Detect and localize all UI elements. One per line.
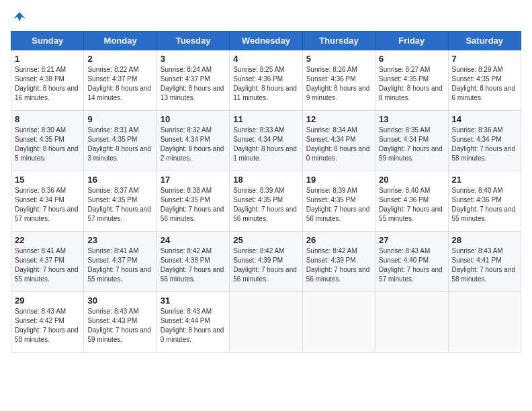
day-number: 22: [15, 235, 80, 245]
calendar-cell: 21Sunrise: 8:40 AMSunset: 4:36 PMDayligh…: [448, 171, 521, 232]
day-detail: Sunrise: 8:43 AMSunset: 4:41 PMDaylight:…: [452, 247, 516, 283]
day-detail: Sunrise: 8:22 AMSunset: 4:37 PMDaylight:…: [87, 66, 151, 101]
day-number: 25: [233, 235, 298, 245]
calendar-cell: [302, 292, 375, 353]
calendar-cell: 16Sunrise: 8:37 AMSunset: 4:35 PMDayligh…: [84, 171, 157, 232]
calendar-cell: 1Sunrise: 8:21 AMSunset: 4:38 PMDaylight…: [11, 50, 84, 111]
svg-marker-0: [13, 12, 26, 21]
calendar-cell: 29Sunrise: 8:43 AMSunset: 4:42 PMDayligh…: [11, 292, 84, 353]
day-detail: Sunrise: 8:38 AMSunset: 4:35 PMDaylight:…: [161, 187, 224, 222]
day-number: 12: [306, 114, 371, 124]
calendar-cell: 14Sunrise: 8:36 AMSunset: 4:34 PMDayligh…: [448, 111, 521, 171]
header-day-friday: Friday: [375, 32, 448, 50]
day-number: 3: [161, 54, 226, 64]
day-detail: Sunrise: 8:37 AMSunset: 4:35 PMDaylight:…: [87, 187, 151, 222]
day-number: 10: [161, 114, 226, 124]
calendar-cell: 10Sunrise: 8:32 AMSunset: 4:34 PMDayligh…: [157, 111, 229, 171]
day-detail: Sunrise: 8:25 AMSunset: 4:36 PMDaylight:…: [233, 66, 297, 101]
day-number: 20: [379, 175, 444, 185]
week-row-3: 15Sunrise: 8:36 AMSunset: 4:34 PMDayligh…: [11, 171, 521, 232]
day-number: 24: [161, 235, 226, 245]
header-day-monday: Monday: [84, 32, 157, 50]
header-day-saturday: Saturday: [448, 32, 521, 50]
day-detail: Sunrise: 8:41 AMSunset: 4:37 PMDaylight:…: [15, 247, 79, 283]
calendar-cell: 30Sunrise: 8:43 AMSunset: 4:43 PMDayligh…: [84, 292, 157, 353]
day-number: 9: [87, 114, 152, 124]
calendar-cell: 24Sunrise: 8:42 AMSunset: 4:38 PMDayligh…: [157, 232, 229, 292]
calendar-cell: 8Sunrise: 8:30 AMSunset: 4:35 PMDaylight…: [11, 111, 84, 171]
calendar-cell: 19Sunrise: 8:39 AMSunset: 4:35 PMDayligh…: [302, 171, 375, 232]
calendar-cell: 23Sunrise: 8:41 AMSunset: 4:37 PMDayligh…: [84, 232, 157, 292]
day-detail: Sunrise: 8:21 AMSunset: 4:38 PMDaylight:…: [15, 66, 79, 101]
calendar-cell: 9Sunrise: 8:31 AMSunset: 4:35 PMDaylight…: [84, 111, 157, 171]
logo: [11, 11, 27, 24]
calendar-cell: 12Sunrise: 8:34 AMSunset: 4:34 PMDayligh…: [302, 111, 375, 171]
day-detail: Sunrise: 8:43 AMSunset: 4:44 PMDaylight:…: [161, 308, 224, 343]
day-detail: Sunrise: 8:24 AMSunset: 4:37 PMDaylight:…: [161, 66, 224, 101]
day-number: 16: [87, 175, 152, 185]
calendar-table: SundayMondayTuesdayWednesdayThursdayFrid…: [11, 31, 521, 353]
calendar-cell: 31Sunrise: 8:43 AMSunset: 4:44 PMDayligh…: [157, 292, 229, 353]
day-number: 21: [452, 175, 517, 185]
day-detail: Sunrise: 8:39 AMSunset: 4:35 PMDaylight:…: [233, 187, 297, 222]
day-number: 7: [452, 54, 517, 64]
day-detail: Sunrise: 8:29 AMSunset: 4:35 PMDaylight:…: [452, 66, 516, 101]
day-detail: Sunrise: 8:30 AMSunset: 4:35 PMDaylight:…: [15, 126, 79, 162]
day-number: 30: [87, 295, 152, 306]
day-number: 6: [379, 54, 444, 64]
day-number: 2: [87, 54, 152, 64]
day-number: 28: [452, 235, 517, 245]
day-detail: Sunrise: 8:36 AMSunset: 4:34 PMDaylight:…: [452, 126, 516, 162]
days-of-week-row: SundayMondayTuesdayWednesdayThursdayFrid…: [11, 32, 521, 50]
day-number: 31: [161, 295, 226, 306]
calendar-cell: 20Sunrise: 8:40 AMSunset: 4:36 PMDayligh…: [375, 171, 448, 232]
day-detail: Sunrise: 8:35 AMSunset: 4:34 PMDaylight:…: [379, 126, 443, 162]
calendar-cell: [375, 292, 448, 353]
calendar-cell: 17Sunrise: 8:38 AMSunset: 4:35 PMDayligh…: [157, 171, 229, 232]
week-row-1: 1Sunrise: 8:21 AMSunset: 4:38 PMDaylight…: [11, 50, 521, 111]
day-detail: Sunrise: 8:42 AMSunset: 4:39 PMDaylight:…: [306, 247, 370, 283]
day-number: 19: [306, 175, 371, 185]
calendar-cell: 22Sunrise: 8:41 AMSunset: 4:37 PMDayligh…: [11, 232, 84, 292]
day-detail: Sunrise: 8:43 AMSunset: 4:42 PMDaylight:…: [15, 308, 79, 343]
day-detail: Sunrise: 8:32 AMSunset: 4:34 PMDaylight:…: [161, 126, 224, 162]
header-day-tuesday: Tuesday: [157, 32, 229, 50]
week-row-5: 29Sunrise: 8:43 AMSunset: 4:42 PMDayligh…: [11, 292, 521, 353]
calendar-cell: 18Sunrise: 8:39 AMSunset: 4:35 PMDayligh…: [230, 171, 302, 232]
header-day-sunday: Sunday: [11, 32, 84, 50]
calendar-cell: [230, 292, 302, 353]
day-number: 15: [15, 175, 80, 185]
calendar-cell: 15Sunrise: 8:36 AMSunset: 4:34 PMDayligh…: [11, 171, 84, 232]
calendar-cell: 25Sunrise: 8:42 AMSunset: 4:39 PMDayligh…: [230, 232, 302, 292]
day-number: 14: [452, 114, 517, 124]
day-number: 4: [233, 54, 298, 64]
calendar-cell: 7Sunrise: 8:29 AMSunset: 4:35 PMDaylight…: [448, 50, 521, 111]
day-detail: Sunrise: 8:41 AMSunset: 4:37 PMDaylight:…: [87, 247, 151, 283]
day-number: 27: [379, 235, 444, 245]
day-number: 17: [161, 175, 226, 185]
calendar-cell: [448, 292, 521, 353]
calendar-cell: 27Sunrise: 8:43 AMSunset: 4:40 PMDayligh…: [375, 232, 448, 292]
calendar-cell: 26Sunrise: 8:42 AMSunset: 4:39 PMDayligh…: [302, 232, 375, 292]
calendar-cell: 13Sunrise: 8:35 AMSunset: 4:34 PMDayligh…: [375, 111, 448, 171]
day-number: 13: [379, 114, 444, 124]
day-number: 1: [15, 54, 80, 64]
day-detail: Sunrise: 8:40 AMSunset: 4:36 PMDaylight:…: [452, 187, 516, 222]
calendar-cell: 2Sunrise: 8:22 AMSunset: 4:37 PMDaylight…: [84, 50, 157, 111]
day-detail: Sunrise: 8:27 AMSunset: 4:35 PMDaylight:…: [379, 66, 443, 101]
day-number: 29: [15, 295, 80, 306]
day-detail: Sunrise: 8:43 AMSunset: 4:43 PMDaylight:…: [87, 308, 151, 343]
day-number: 23: [87, 235, 152, 245]
header-day-thursday: Thursday: [302, 32, 375, 50]
day-number: 5: [306, 54, 371, 64]
calendar-cell: 3Sunrise: 8:24 AMSunset: 4:37 PMDaylight…: [157, 50, 229, 111]
header-day-wednesday: Wednesday: [230, 32, 302, 50]
week-row-4: 22Sunrise: 8:41 AMSunset: 4:37 PMDayligh…: [11, 232, 521, 292]
day-detail: Sunrise: 8:36 AMSunset: 4:34 PMDaylight:…: [15, 187, 79, 222]
day-number: 26: [306, 235, 371, 245]
calendar-cell: 4Sunrise: 8:25 AMSunset: 4:36 PMDaylight…: [230, 50, 302, 111]
day-detail: Sunrise: 8:43 AMSunset: 4:40 PMDaylight:…: [379, 247, 443, 283]
day-detail: Sunrise: 8:33 AMSunset: 4:34 PMDaylight:…: [233, 126, 297, 162]
calendar-cell: 5Sunrise: 8:26 AMSunset: 4:36 PMDaylight…: [302, 50, 375, 111]
calendar-cell: 28Sunrise: 8:43 AMSunset: 4:41 PMDayligh…: [448, 232, 521, 292]
